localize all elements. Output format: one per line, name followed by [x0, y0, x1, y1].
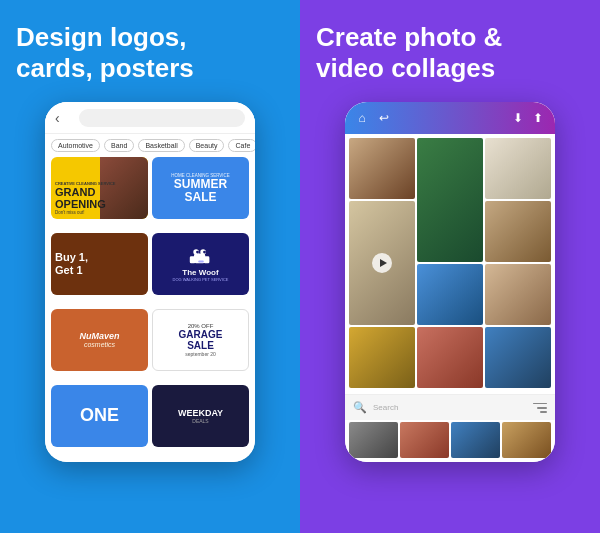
collage-cell-food	[417, 327, 483, 388]
phone-right-topbar: ⌂ ↩ ⬇ ⬆	[345, 102, 555, 134]
card-go-sub: Don't miss out!	[55, 210, 144, 215]
thumb-2[interactable]	[400, 422, 449, 458]
card-num-sub: cosmetics	[84, 341, 115, 348]
collage-cell-blue	[417, 264, 483, 325]
card-the-woof[interactable]: The Woof DOG WALKING PET SERVICE	[152, 233, 249, 295]
collage-grid	[345, 134, 555, 394]
svg-rect-2	[203, 256, 209, 263]
phone-left-mockup: ‹ Automotive Band Basketball Beauty Cafe…	[45, 102, 255, 462]
card-grand-opening[interactable]: CREATIVE CLEANING SERVICE GRAND OPENING …	[51, 157, 148, 219]
back-arrow-icon: ‹	[55, 110, 71, 126]
svg-rect-7	[198, 261, 204, 263]
search-icon: 🔍	[353, 401, 367, 414]
card-woof-title: The Woof	[182, 268, 218, 277]
card-num-title: NuMaven	[79, 331, 119, 341]
chip-beauty[interactable]: Beauty	[189, 139, 225, 152]
card-wd-sub: DEALS	[192, 418, 208, 424]
template-grid: CREATIVE CLEANING SERVICE GRAND OPENING …	[45, 157, 255, 462]
undo-icon[interactable]: ↩	[377, 111, 391, 125]
download-icon[interactable]: ⬇	[511, 111, 525, 125]
left-headline: Design logos, cards, posters	[16, 22, 284, 84]
home-icon[interactable]: ⌂	[355, 111, 369, 125]
card-bo-line2: Get 1	[55, 264, 144, 277]
share-icon[interactable]: ⬆	[531, 111, 545, 125]
right-headline: Create photo & video collages	[316, 22, 584, 84]
collage-cell-palms	[417, 138, 483, 262]
card-garage-sale[interactable]: 20% OFF GARAGE SALE september 20	[152, 309, 249, 371]
card-go-line1: GRAND	[55, 186, 144, 198]
card-buy-one[interactable]: Buy 1, Get 1	[51, 233, 148, 295]
search-placeholder-text: Search	[373, 403, 527, 412]
chip-automotive[interactable]: Automotive	[51, 139, 100, 152]
phone-top-bar: ‹	[45, 102, 255, 134]
collage-cell-pet	[485, 201, 551, 262]
card-summer-sale[interactable]: HOME CLEANING SERVICE SUMMER SALE	[152, 157, 249, 219]
dog-icon	[187, 246, 215, 268]
left-panel: Design logos, cards, posters ‹ Automotiv…	[0, 0, 300, 533]
collage-cell-woman-hat	[349, 201, 415, 325]
card-one[interactable]: ONE	[51, 385, 148, 447]
chip-cafe[interactable]: Cafe	[228, 139, 255, 152]
card-numaven[interactable]: NuMaven cosmetics	[51, 309, 148, 371]
collage-cell-woman-white	[485, 138, 551, 199]
thumb-3[interactable]	[451, 422, 500, 458]
right-panel: Create photo & video collages ⌂ ↩ ⬇ ⬆	[300, 0, 600, 533]
phone-search-bar	[79, 109, 245, 127]
play-button[interactable]	[372, 253, 392, 273]
chip-basketball[interactable]: Basketball	[138, 139, 184, 152]
card-ss-main: SUMMER SALE	[174, 178, 227, 204]
card-woof-sub: DOG WALKING PET SERVICE	[173, 277, 229, 282]
card-ss-top: HOME CLEANING SERVICE	[171, 173, 230, 178]
card-weekday-deals[interactable]: WEEKDAY DEALS	[152, 385, 249, 447]
filter-icon[interactable]	[533, 403, 547, 413]
category-chips: Automotive Band Basketball Beauty Cafe	[45, 134, 255, 157]
thumb-1[interactable]	[349, 422, 398, 458]
svg-point-5	[196, 251, 199, 254]
card-wd-main: WEEKDAY	[178, 408, 223, 418]
thumbnail-row	[345, 420, 555, 462]
phone-search-bar-row: 🔍 Search	[345, 394, 555, 420]
card-gs-sub: september 20	[185, 351, 216, 357]
phone-right-mockup: ⌂ ↩ ⬇ ⬆	[345, 102, 555, 462]
collage-cell-coffee	[349, 138, 415, 199]
chip-band[interactable]: Band	[104, 139, 134, 152]
card-gs-main: GARAGE SALE	[179, 329, 223, 351]
card-go-line2: OPENING	[55, 198, 144, 210]
card-one-text: ONE	[80, 405, 119, 426]
svg-point-6	[203, 251, 206, 254]
thumb-4[interactable]	[502, 422, 551, 458]
collage-cell-woman-blond	[485, 264, 551, 325]
collage-cell-ocean	[485, 327, 551, 388]
card-bo-line1: Buy 1,	[55, 251, 144, 264]
collage-cell-gold	[349, 327, 415, 388]
